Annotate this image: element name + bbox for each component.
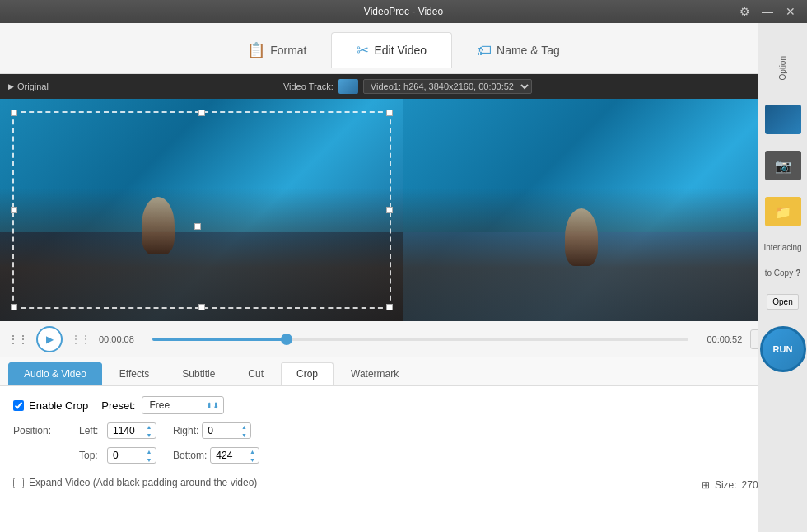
- tab-name-tag[interactable]: 🏷 Name & Tag: [452, 34, 585, 68]
- bottom-tabs: Audio & Video Effects Subtitle Cut Crop …: [0, 357, 807, 385]
- copy-hint-icon: ?: [795, 268, 800, 278]
- tab-audio-video-label: Audio & Video: [24, 368, 86, 380]
- edit-panel: Enable Crop Preset: Free ⬆⬇ Position:: [0, 385, 807, 532]
- tab-cut[interactable]: Cut: [232, 362, 279, 385]
- name-tag-icon: 🏷: [477, 42, 492, 59]
- minimize-button[interactable]: —: [759, 3, 776, 20]
- tab-effects[interactable]: Effects: [104, 362, 165, 385]
- tab-edit-video[interactable]: ✂ Edit Video: [331, 32, 452, 68]
- run-button[interactable]: RUN: [760, 326, 806, 372]
- tab-watermark[interactable]: Watermark: [335, 362, 414, 385]
- video-track-select[interactable]: Video1: h264, 3840x2160, 00:00:52: [363, 79, 532, 94]
- crop-controls: Enable Crop Preset: Free ⬆⬇ Position:: [13, 396, 794, 488]
- expand-video-checkbox[interactable]: [13, 478, 24, 488]
- main-container: 📋 Format ✂ Edit Video 🏷 Name & Tag Origi…: [0, 23, 807, 532]
- tab-watermark-label: Watermark: [351, 368, 399, 380]
- tab-subtitle[interactable]: Subtitle: [166, 362, 231, 385]
- video-previews: [0, 99, 807, 321]
- left-right-group: Left: ▲ ▼: [79, 422, 156, 439]
- playback-bar: ⋮⋮ ▶ ⋮⋮ 00:00:08 00:00:52 ✂ Cut: [0, 321, 807, 357]
- crop-row1: Enable Crop Preset: Free ⬆⬇: [13, 396, 794, 414]
- edit-video-icon: ✂: [357, 41, 369, 59]
- preset-label: Preset:: [101, 399, 135, 412]
- progress-bar[interactable]: [152, 338, 688, 341]
- right-input-wrap: ▲ ▼: [202, 422, 251, 439]
- rock-overlay-left: [0, 188, 404, 321]
- folder-icon-btn[interactable]: 📁: [765, 197, 801, 226]
- copy-label: to Copy: [765, 268, 793, 278]
- tab-crop-label: Crop: [296, 368, 318, 380]
- camera-icon-btn[interactable]: 📷: [765, 151, 801, 180]
- enable-crop-checkbox[interactable]: [13, 400, 24, 411]
- progress-thumb[interactable]: [281, 334, 292, 345]
- right-spin-up[interactable]: ▲: [238, 423, 250, 431]
- position-row: Position: Left: ▲ ▼: [13, 422, 794, 439]
- tab-format[interactable]: 📋 Format: [222, 33, 331, 68]
- left-spin-btns: ▲ ▼: [143, 423, 155, 439]
- preset-select-container: Free ⬆⬇: [142, 396, 224, 414]
- preset-area: Preset: Free ⬆⬇: [101, 396, 224, 414]
- person-shape-left: [142, 197, 175, 254]
- bottom-spin-up[interactable]: ▲: [246, 448, 258, 455]
- close-button[interactable]: ✕: [782, 3, 799, 20]
- enable-crop-text: Enable Crop: [29, 399, 88, 412]
- expand-video-label: Expand Video (Add black padding around t…: [29, 477, 257, 488]
- play-button[interactable]: ▶: [36, 326, 63, 352]
- left-field: Left: ▲ ▼: [79, 422, 156, 439]
- size-label: Size:: [715, 479, 737, 491]
- option-label: Option: [778, 56, 787, 80]
- progress-fill: [152, 338, 287, 341]
- enable-crop-label[interactable]: Enable Crop: [13, 399, 88, 412]
- tab-audio-video[interactable]: Audio & Video: [8, 362, 102, 385]
- tab-subtitle-label: Subtitle: [182, 368, 215, 380]
- tab-cut-label: Cut: [248, 368, 264, 380]
- bottom-label: Bottom:: [173, 450, 207, 461]
- thumb-bg: [765, 105, 801, 134]
- left-spin-up[interactable]: ▲: [143, 423, 155, 431]
- bottom-input-wrap: ▲ ▼: [210, 447, 259, 464]
- left-input-wrap: ▲ ▼: [107, 422, 156, 439]
- tab-crop[interactable]: Crop: [281, 362, 334, 385]
- tab-name-tag-label: Name & Tag: [497, 44, 560, 57]
- right-label: Right:: [173, 425, 198, 436]
- top-spin-btns: ▲ ▼: [143, 448, 155, 464]
- top-spin-up[interactable]: ▲: [143, 448, 155, 455]
- settings-button[interactable]: ⚙: [736, 3, 753, 20]
- title-bar-controls: ⚙ — ✕: [736, 3, 799, 20]
- video-track-info: Video Track: Video1: h264, 3840x2160, 00…: [283, 79, 532, 94]
- top-group: Top: ▲ ▼: [79, 447, 156, 464]
- original-label: Original: [8, 82, 49, 91]
- bottom-spin-down[interactable]: ▼: [246, 456, 258, 464]
- top-input-wrap: ▲ ▼: [107, 447, 156, 464]
- playback-dots-right: ⋮⋮: [71, 334, 91, 345]
- bottom-field: Bottom: ▲ ▼: [173, 447, 259, 464]
- tab-format-label: Format: [270, 44, 306, 57]
- right-group: Right: ▲ ▼: [173, 422, 251, 439]
- right-spin-btns: ▲ ▼: [238, 423, 250, 439]
- bottom-spin-btns: ▲ ▼: [246, 448, 258, 464]
- video-preview-left: [0, 99, 404, 321]
- copy-option: to Copy ?: [765, 268, 801, 278]
- playback-dots-left: ⋮⋮: [8, 334, 28, 345]
- position-label: Position:: [13, 425, 63, 436]
- top-bottom-row: Top: ▲ ▼ Bottom:: [13, 447, 794, 464]
- right-spin-down[interactable]: ▼: [238, 432, 250, 439]
- bottom-group: Bottom: ▲ ▼: [173, 447, 259, 464]
- video-preview-right: [404, 99, 807, 321]
- rock-overlay-right: [404, 188, 807, 321]
- video-track-thumbnail: [338, 79, 358, 94]
- track-label: Video Track:: [283, 82, 334, 91]
- expand-row: Expand Video (Add black padding around t…: [13, 477, 794, 488]
- top-spin-down[interactable]: ▼: [143, 456, 155, 464]
- size-icon: ⊞: [702, 479, 710, 491]
- tab-effects-label: Effects: [119, 368, 149, 380]
- tab-edit-video-label: Edit Video: [374, 44, 427, 57]
- time-total: 00:00:52: [697, 334, 742, 344]
- title-bar: VideoProc - Video ⚙ — ✕: [0, 0, 807, 23]
- video-area: Original Video Track: Video1: h264, 3840…: [0, 74, 807, 321]
- right-field: Right: ▲ ▼: [173, 422, 251, 439]
- preset-select[interactable]: Free: [142, 396, 224, 414]
- top-field: Top: ▲ ▼: [79, 447, 156, 464]
- left-spin-down[interactable]: ▼: [143, 432, 155, 439]
- open-button[interactable]: Open: [767, 294, 798, 310]
